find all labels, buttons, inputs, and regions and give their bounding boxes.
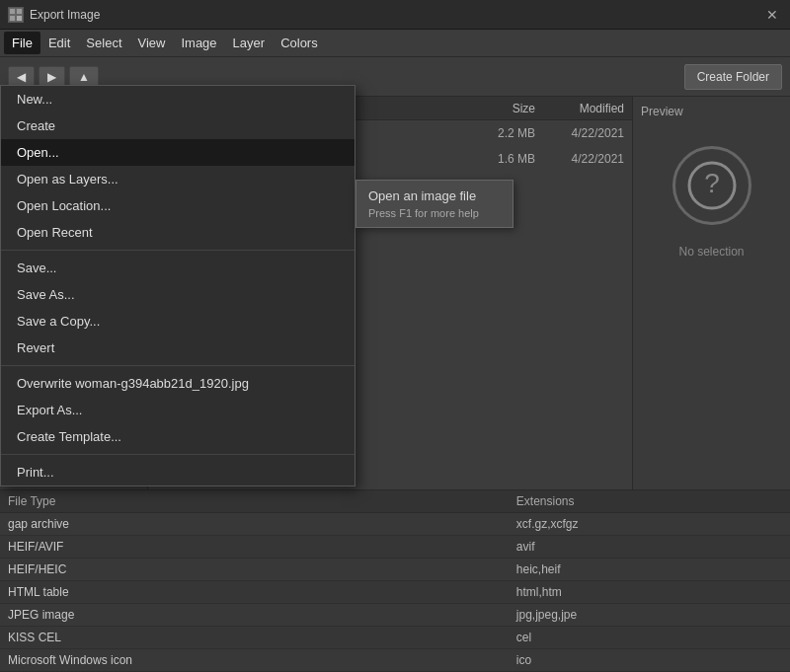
menu-print[interactable]: Print...: [1, 459, 355, 485]
col-size-header: Size: [466, 102, 535, 115]
file-type-row[interactable]: JPEG image jpg,jpeg,jpe: [0, 604, 790, 627]
file-modified-2: 4/22/2021: [535, 152, 624, 166]
menu-create[interactable]: Create: [1, 112, 355, 139]
file-type-name: HEIF/HEIC: [0, 559, 509, 581]
bottom-area: File Type Extensions gap archive xcf.gz,…: [0, 489, 790, 672]
tooltip-help-text: Press F1 for more help: [368, 207, 501, 219]
svg-rect-4: [17, 16, 22, 21]
file-menu-dropdown: New... Create Open... Open as Layers... …: [0, 85, 356, 486]
file-type-ext: avif: [509, 536, 790, 559]
app-icon: [8, 7, 24, 23]
extensions-col-header: Extensions: [509, 490, 790, 513]
file-size-2: 1.6 MB: [466, 152, 535, 166]
menu-view[interactable]: View: [130, 32, 174, 54]
file-modified-1: 4/22/2021: [535, 126, 624, 140]
file-type-ext: jpg,jpeg,jpe: [509, 604, 790, 627]
svg-rect-3: [10, 16, 15, 21]
menu-image[interactable]: Image: [173, 32, 224, 54]
preview-panel: Preview ? No selection: [632, 97, 790, 489]
file-type-name: HEIF/AVIF: [0, 536, 509, 559]
file-type-row[interactable]: HEIF/AVIF avif: [0, 536, 790, 559]
file-type-ext: heic,heif: [509, 559, 790, 581]
file-type-name: HTML table: [0, 581, 509, 604]
svg-rect-2: [17, 9, 22, 14]
preview-icon: ?: [672, 146, 751, 225]
menu-edit[interactable]: Edit: [40, 32, 78, 54]
menu-open-location[interactable]: Open Location...: [1, 192, 355, 219]
separator-3: [1, 454, 355, 455]
separator-1: [1, 250, 355, 251]
title-bar: Export Image ✕: [0, 0, 790, 30]
no-selection-text: No selection: [678, 245, 744, 259]
menu-bar: File Edit Select View Image Layer Colors: [0, 30, 790, 57]
menu-select[interactable]: Select: [78, 32, 129, 54]
file-menu-dropdown-overlay: New... Create Open... Open as Layers... …: [0, 85, 356, 486]
menu-save-copy[interactable]: Save a Copy...: [1, 308, 355, 335]
menu-open[interactable]: Open...: [1, 139, 355, 166]
file-type-name: JPEG image: [0, 604, 509, 627]
file-type-row[interactable]: gap archive xcf.gz,xcfgz: [0, 513, 790, 536]
menu-save[interactable]: Save...: [1, 255, 355, 281]
close-button[interactable]: ✕: [762, 5, 782, 25]
create-folder-button[interactable]: Create Folder: [684, 64, 782, 90]
col-modified-header: Modified: [535, 102, 624, 115]
file-type-row[interactable]: Microsoft Windows icon ico: [0, 649, 790, 672]
file-type-ext: ico: [509, 649, 790, 672]
menu-export-as[interactable]: Export As...: [1, 397, 355, 423]
menu-file[interactable]: File: [4, 32, 40, 54]
menu-save-as[interactable]: Save As...: [1, 281, 355, 308]
menu-revert[interactable]: Revert: [1, 335, 355, 361]
file-type-ext: xcf.gz,xcfgz: [509, 513, 790, 536]
file-type-row[interactable]: HEIF/HEIC heic,heif: [0, 559, 790, 581]
tooltip-popup: Open an image file Press F1 for more hel…: [356, 180, 514, 228]
file-type-row[interactable]: KISS CEL cel: [0, 627, 790, 649]
file-type-row[interactable]: HTML table html,htm: [0, 581, 790, 604]
menu-colors[interactable]: Colors: [273, 32, 326, 54]
menu-open-recent[interactable]: Open Recent: [1, 219, 355, 246]
file-type-table: File Type Extensions gap archive xcf.gz,…: [0, 490, 790, 672]
separator-2: [1, 365, 355, 366]
svg-text:?: ?: [704, 168, 720, 198]
tooltip-main-text: Open an image file: [368, 188, 501, 203]
menu-layer[interactable]: Layer: [225, 32, 274, 54]
file-type-ext: html,htm: [509, 581, 790, 604]
menu-open-layers[interactable]: Open as Layers...: [1, 166, 355, 192]
svg-rect-1: [10, 9, 15, 14]
menu-overwrite[interactable]: Overwrite woman-g394abb21d_1920.jpg: [1, 370, 355, 397]
file-type-name: KISS CEL: [0, 627, 509, 649]
file-type-ext: cel: [509, 627, 790, 649]
file-type-name: gap archive: [0, 513, 509, 536]
window-title: Export Image: [30, 8, 762, 22]
preview-label: Preview: [641, 105, 683, 118]
menu-create-template[interactable]: Create Template...: [1, 423, 355, 450]
file-type-col-header: File Type: [0, 490, 509, 513]
file-size-1: 2.2 MB: [466, 126, 535, 140]
file-type-name: Microsoft Windows icon: [0, 649, 509, 672]
menu-new[interactable]: New...: [1, 86, 355, 112]
main-content: ◀ ▶ ▲ Create Folder Name ▲ Size Modified: [0, 57, 790, 672]
